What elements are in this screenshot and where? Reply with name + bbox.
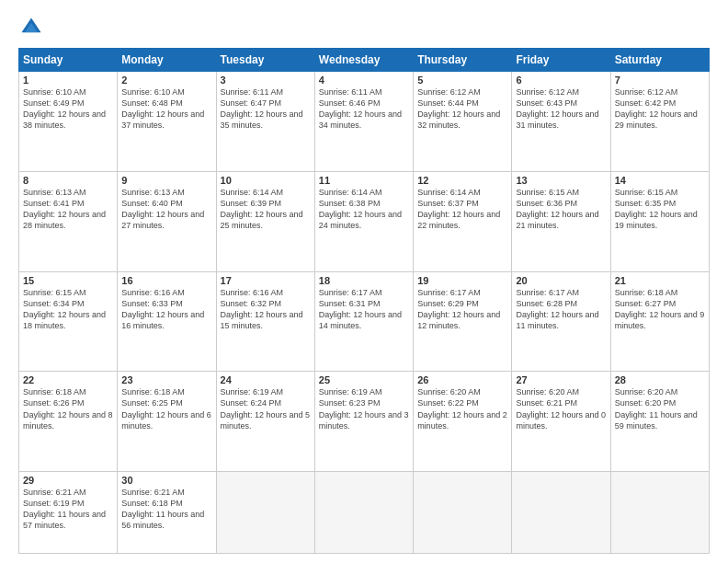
day-cell-2: 2Sunrise: 6:10 AMSunset: 6:48 PMDaylight… [118,72,216,172]
weekday-header-row: SundayMondayTuesdayWednesdayThursdayFrid… [19,49,710,72]
weekday-header-thursday: Thursday [414,49,512,72]
calendar-page: SundayMondayTuesdayWednesdayThursdayFrid… [0,0,728,563]
day-number: 23 [121,374,211,385]
day-number: 29 [23,475,113,486]
day-info: Sunrise: 6:12 AMSunset: 6:42 PMDaylight:… [615,86,705,132]
day-number: 1 [23,75,113,86]
week-row-2: 15Sunrise: 6:15 AMSunset: 6:34 PMDayligh… [19,271,710,372]
day-cell-15: 15Sunrise: 6:15 AMSunset: 6:34 PMDayligh… [19,271,118,372]
day-info: Sunrise: 6:17 AMSunset: 6:31 PMDaylight:… [319,287,409,332]
day-number: 9 [121,175,211,186]
day-info: Sunrise: 6:17 AMSunset: 6:28 PMDaylight:… [516,287,606,332]
day-cell-7: 7Sunrise: 6:12 AMSunset: 6:42 PMDaylight… [610,72,709,172]
day-info: Sunrise: 6:21 AMSunset: 6:19 PMDaylight:… [23,487,113,532]
day-number: 17 [221,275,311,286]
day-info: Sunrise: 6:20 AMSunset: 6:22 PMDaylight:… [417,386,507,431]
empty-cell [314,472,413,554]
day-cell-24: 24Sunrise: 6:19 AMSunset: 6:24 PMDayligh… [216,372,314,472]
day-number: 20 [516,275,606,286]
day-info: Sunrise: 6:16 AMSunset: 6:32 PMDaylight:… [221,287,311,332]
day-cell-29: 29Sunrise: 6:21 AMSunset: 6:19 PMDayligh… [19,472,118,554]
header [18,15,710,40]
week-row-4: 29Sunrise: 6:21 AMSunset: 6:19 PMDayligh… [19,472,710,554]
day-number: 7 [615,75,705,86]
day-info: Sunrise: 6:18 AMSunset: 6:25 PMDaylight:… [121,386,211,431]
empty-cell [216,472,314,554]
empty-cell [414,472,512,554]
day-info: Sunrise: 6:12 AMSunset: 6:43 PMDaylight:… [516,86,606,132]
day-info: Sunrise: 6:13 AMSunset: 6:41 PMDaylight:… [23,187,113,232]
day-info: Sunrise: 6:12 AMSunset: 6:44 PMDaylight:… [417,86,507,132]
day-cell-14: 14Sunrise: 6:15 AMSunset: 6:35 PMDayligh… [610,171,709,271]
week-row-3: 22Sunrise: 6:18 AMSunset: 6:26 PMDayligh… [19,372,710,472]
day-cell-12: 12Sunrise: 6:14 AMSunset: 6:37 PMDayligh… [414,171,512,271]
day-number: 12 [417,175,507,186]
day-cell-21: 21Sunrise: 6:18 AMSunset: 6:27 PMDayligh… [610,271,709,372]
day-cell-6: 6Sunrise: 6:12 AMSunset: 6:43 PMDaylight… [512,72,610,172]
empty-cell [512,472,610,554]
day-number: 13 [516,175,606,186]
day-cell-20: 20Sunrise: 6:17 AMSunset: 6:28 PMDayligh… [512,271,610,372]
day-cell-22: 22Sunrise: 6:18 AMSunset: 6:26 PMDayligh… [19,372,118,472]
weekday-header-monday: Monday [118,49,216,72]
day-cell-27: 27Sunrise: 6:20 AMSunset: 6:21 PMDayligh… [512,372,610,472]
day-number: 11 [319,175,409,186]
day-info: Sunrise: 6:10 AMSunset: 6:48 PMDaylight:… [121,86,211,132]
day-number: 21 [615,275,705,286]
day-cell-26: 26Sunrise: 6:20 AMSunset: 6:22 PMDayligh… [414,372,512,472]
day-cell-9: 9Sunrise: 6:13 AMSunset: 6:40 PMDaylight… [118,171,216,271]
day-number: 28 [615,374,705,385]
day-cell-11: 11Sunrise: 6:14 AMSunset: 6:38 PMDayligh… [314,171,413,271]
empty-cell [610,472,709,554]
day-cell-3: 3Sunrise: 6:11 AMSunset: 6:47 PMDaylight… [216,72,314,172]
day-number: 22 [23,374,113,385]
day-cell-10: 10Sunrise: 6:14 AMSunset: 6:39 PMDayligh… [216,171,314,271]
day-number: 3 [221,75,311,86]
day-cell-18: 18Sunrise: 6:17 AMSunset: 6:31 PMDayligh… [314,271,413,372]
day-number: 27 [516,374,606,385]
day-number: 16 [121,275,211,286]
weekday-header-tuesday: Tuesday [216,49,314,72]
day-cell-23: 23Sunrise: 6:18 AMSunset: 6:25 PMDayligh… [118,372,216,472]
day-cell-4: 4Sunrise: 6:11 AMSunset: 6:46 PMDaylight… [314,72,413,172]
day-cell-8: 8Sunrise: 6:13 AMSunset: 6:41 PMDaylight… [19,171,118,271]
day-number: 4 [319,75,409,86]
day-info: Sunrise: 6:18 AMSunset: 6:26 PMDaylight:… [23,386,113,431]
day-cell-13: 13Sunrise: 6:15 AMSunset: 6:36 PMDayligh… [512,171,610,271]
day-number: 26 [417,374,507,385]
day-info: Sunrise: 6:19 AMSunset: 6:24 PMDaylight:… [221,386,311,431]
week-row-0: 1Sunrise: 6:10 AMSunset: 6:49 PMDaylight… [19,72,710,172]
day-info: Sunrise: 6:16 AMSunset: 6:33 PMDaylight:… [121,287,211,332]
day-info: Sunrise: 6:17 AMSunset: 6:29 PMDaylight:… [417,287,507,332]
logo-icon [18,15,44,40]
day-info: Sunrise: 6:11 AMSunset: 6:46 PMDaylight:… [319,86,409,132]
day-cell-19: 19Sunrise: 6:17 AMSunset: 6:29 PMDayligh… [414,271,512,372]
day-info: Sunrise: 6:19 AMSunset: 6:23 PMDaylight:… [319,386,409,431]
day-number: 24 [221,374,311,385]
day-cell-30: 30Sunrise: 6:21 AMSunset: 6:18 PMDayligh… [118,472,216,554]
day-info: Sunrise: 6:14 AMSunset: 6:39 PMDaylight:… [221,187,311,232]
day-info: Sunrise: 6:10 AMSunset: 6:49 PMDaylight:… [23,86,113,132]
day-number: 18 [319,275,409,286]
day-number: 15 [23,275,113,286]
day-info: Sunrise: 6:14 AMSunset: 6:37 PMDaylight:… [417,187,507,232]
weekday-header-saturday: Saturday [610,49,709,72]
logo [18,15,48,40]
day-info: Sunrise: 6:15 AMSunset: 6:34 PMDaylight:… [23,287,113,332]
day-number: 14 [615,175,705,186]
day-number: 2 [121,75,211,86]
day-number: 30 [121,475,211,486]
day-info: Sunrise: 6:13 AMSunset: 6:40 PMDaylight:… [121,187,211,232]
day-cell-17: 17Sunrise: 6:16 AMSunset: 6:32 PMDayligh… [216,271,314,372]
day-info: Sunrise: 6:20 AMSunset: 6:20 PMDaylight:… [615,386,705,431]
day-info: Sunrise: 6:11 AMSunset: 6:47 PMDaylight:… [221,86,311,132]
day-info: Sunrise: 6:15 AMSunset: 6:35 PMDaylight:… [615,187,705,232]
day-number: 6 [516,75,606,86]
weekday-header-wednesday: Wednesday [314,49,413,72]
day-info: Sunrise: 6:15 AMSunset: 6:36 PMDaylight:… [516,187,606,232]
week-row-1: 8Sunrise: 6:13 AMSunset: 6:41 PMDaylight… [19,171,710,271]
day-info: Sunrise: 6:20 AMSunset: 6:21 PMDaylight:… [516,386,606,431]
day-number: 8 [23,175,113,186]
day-info: Sunrise: 6:14 AMSunset: 6:38 PMDaylight:… [319,187,409,232]
day-info: Sunrise: 6:18 AMSunset: 6:27 PMDaylight:… [615,287,705,332]
